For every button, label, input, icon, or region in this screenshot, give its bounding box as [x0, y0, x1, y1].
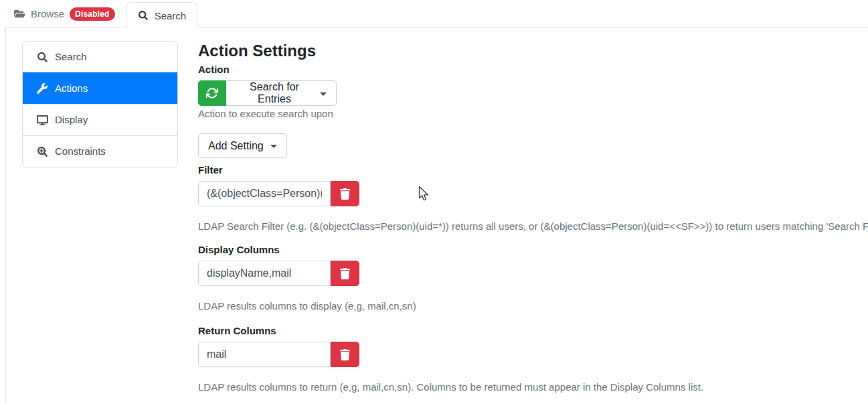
- search-icon: [137, 11, 149, 20]
- action-select-label: Search for Entries: [236, 81, 313, 105]
- sidebar-item-constraints[interactable]: Constraints: [23, 135, 177, 167]
- search-plus-icon: [36, 147, 48, 157]
- tab-browse[interactable]: Browse Disabled: [3, 0, 126, 27]
- delete-return-columns-button[interactable]: [331, 342, 359, 367]
- return-columns-label: Return Columns: [198, 325, 868, 337]
- page-title: Action Settings: [198, 41, 868, 60]
- display-columns-help-text: LDAP results columns to display (e,g, ma…: [198, 300, 868, 312]
- filter-help-text: LDAP Search Filter (e.g. (&(objectClass=…: [198, 220, 868, 232]
- caret-down-icon: [270, 145, 277, 148]
- sidebar-item-label: Search: [55, 49, 87, 65]
- desktop-icon: [36, 115, 48, 125]
- action-help-text: Action to execute search upon: [198, 108, 868, 120]
- trash-icon: [339, 349, 351, 360]
- action-settings-section: Action Settings Action Search for Entrie…: [198, 41, 868, 404]
- sidebar-nav: Search Actions Display Constraints: [22, 41, 178, 167]
- trash-icon: [339, 188, 351, 200]
- return-columns-help-text: LDAP results columns to return (e,g, mai…: [198, 381, 868, 393]
- delete-filter-button[interactable]: [331, 181, 359, 206]
- action-label: Action: [198, 64, 868, 76]
- sidebar-item-label: Actions: [55, 80, 88, 96]
- add-setting-label: Add Setting: [208, 140, 264, 152]
- sync-icon: [206, 87, 218, 99]
- tab-content-panel: Search Actions Display Constraints Actio…: [5, 27, 868, 404]
- delete-display-columns-button[interactable]: [331, 261, 359, 286]
- sidebar-item-actions[interactable]: Actions: [23, 72, 177, 104]
- tab-bar: Browse Disabled Search: [0, 0, 868, 27]
- tab-search[interactable]: Search: [126, 2, 198, 28]
- sidebar-item-label: Constraints: [55, 143, 106, 159]
- tab-browse-label: Browse: [31, 8, 64, 19]
- filter-label: Filter: [198, 164, 868, 176]
- sync-action-button[interactable]: [198, 80, 226, 106]
- tab-search-label: Search: [155, 10, 187, 21]
- action-button-group: Search for Entries: [198, 80, 337, 106]
- action-select-dropdown[interactable]: Search for Entries: [226, 80, 337, 106]
- trash-icon: [339, 268, 351, 279]
- disabled-badge: Disabled: [70, 7, 115, 21]
- folder-open-icon: [13, 9, 25, 19]
- search-icon: [36, 52, 48, 62]
- display-columns-label: Display Columns: [198, 244, 868, 256]
- wrench-icon: [36, 83, 48, 94]
- return-columns-input-group: [198, 342, 868, 367]
- return-columns-input[interactable]: [198, 342, 331, 367]
- filter-input[interactable]: [198, 181, 331, 206]
- sidebar-item-display[interactable]: Display: [23, 104, 177, 135]
- display-columns-input-group: [198, 261, 868, 286]
- filter-input-group: [198, 181, 868, 206]
- add-setting-dropdown[interactable]: Add Setting: [198, 133, 287, 158]
- caret-down-icon: [320, 92, 327, 96]
- sidebar-item-label: Display: [55, 112, 88, 128]
- display-columns-input[interactable]: [198, 261, 331, 286]
- sidebar-item-search[interactable]: Search: [23, 42, 177, 72]
